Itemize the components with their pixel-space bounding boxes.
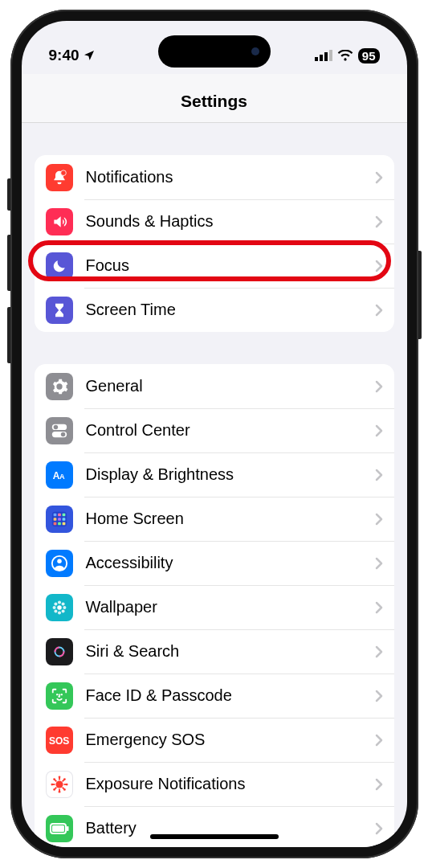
svg-point-53 xyxy=(53,788,55,791)
settings-row-label: Wallpaper xyxy=(86,598,375,616)
svg-rect-2 xyxy=(324,52,328,61)
settings-row-focus[interactable]: Focus xyxy=(35,244,394,288)
svg-rect-12 xyxy=(53,513,56,516)
location-arrow-icon xyxy=(83,49,96,62)
power-button xyxy=(418,251,422,339)
svg-rect-13 xyxy=(58,513,61,516)
chevron-right-icon xyxy=(375,424,383,437)
svg-text:A: A xyxy=(59,472,65,480)
side-button xyxy=(7,178,10,211)
svg-point-51 xyxy=(53,778,55,780)
chevron-right-icon xyxy=(375,645,383,658)
bell-icon xyxy=(46,164,73,191)
page-title: Settings xyxy=(22,92,407,111)
svg-rect-57 xyxy=(67,826,69,831)
svg-point-31 xyxy=(61,609,64,612)
person-circle-icon xyxy=(46,550,73,577)
settings-row-siri[interactable]: Siri & Search xyxy=(35,629,394,674)
screen: 9:40 95 Settings NotificationsSounds xyxy=(22,21,407,847)
toggles-icon xyxy=(46,417,73,444)
battery-percent: 95 xyxy=(362,49,376,63)
settings-row-label: Focus xyxy=(86,256,375,275)
svg-point-50 xyxy=(65,783,67,785)
svg-point-8 xyxy=(60,432,65,436)
settings-row-notifications[interactable]: Notifications xyxy=(35,155,394,199)
settings-row-general[interactable]: General xyxy=(35,364,394,408)
settings-row-label: Control Center xyxy=(86,421,375,440)
svg-rect-18 xyxy=(53,522,56,525)
svg-point-30 xyxy=(54,609,57,612)
cellular-signal-icon xyxy=(315,50,332,61)
svg-rect-56 xyxy=(52,825,64,832)
flower-icon xyxy=(46,594,73,621)
siri-icon xyxy=(46,638,73,665)
svg-rect-16 xyxy=(58,518,61,521)
svg-point-27 xyxy=(63,605,66,608)
chevron-right-icon xyxy=(375,469,383,481)
settings-row-sos[interactable]: SOSEmergency SOS xyxy=(35,718,394,762)
volume-down-button xyxy=(7,307,10,363)
settings-row-accessibility[interactable]: Accessibility xyxy=(35,541,394,585)
aa-icon: AA xyxy=(46,461,73,489)
settings-row-label: Emergency SOS xyxy=(86,731,375,749)
settings-row-label: Display & Brightness xyxy=(86,465,375,484)
settings-row-faceid[interactable]: Face ID & Passcode xyxy=(35,674,394,718)
wifi-icon xyxy=(337,50,353,61)
svg-point-47 xyxy=(58,776,60,778)
svg-point-54 xyxy=(63,778,66,780)
status-time: 9:40 xyxy=(49,47,79,64)
settings-row-label: Notifications xyxy=(86,168,375,186)
svg-rect-3 xyxy=(329,50,332,61)
settings-row-label: Screen Time xyxy=(86,301,375,319)
settings-row-label: Accessibility xyxy=(86,554,375,572)
settings-row-sounds[interactable]: Sounds & Haptics xyxy=(35,199,394,244)
settings-row-homescreen[interactable]: Home Screen xyxy=(35,497,394,541)
svg-point-48 xyxy=(58,790,60,792)
faceid-icon xyxy=(46,682,73,710)
settings-row-battery[interactable]: Battery xyxy=(35,806,394,847)
nav-bar: Settings xyxy=(22,74,407,123)
home-indicator[interactable] xyxy=(150,834,279,839)
settings-row-exposure[interactable]: Exposure Notifications xyxy=(35,762,394,806)
settings-row-label: Sounds & Haptics xyxy=(86,212,375,231)
sos-text-icon: SOS xyxy=(46,727,73,754)
svg-rect-20 xyxy=(62,522,65,525)
settings-row-controlcenter[interactable]: Control Center xyxy=(35,408,394,452)
settings-row-display[interactable]: AADisplay & Brightness xyxy=(35,452,394,497)
chevron-right-icon xyxy=(375,601,383,614)
dynamic-island xyxy=(158,35,271,68)
chevron-right-icon xyxy=(375,513,383,526)
chevron-right-icon xyxy=(375,822,383,835)
svg-point-22 xyxy=(57,559,62,563)
chevron-right-icon xyxy=(375,557,383,570)
svg-point-38 xyxy=(55,780,63,788)
virus-icon xyxy=(46,771,73,798)
svg-text:SOS: SOS xyxy=(49,735,69,747)
svg-point-4 xyxy=(60,170,66,175)
settings-row-label: Exposure Notifications xyxy=(86,775,375,793)
settings-row-label: Face ID & Passcode xyxy=(86,686,375,705)
chevron-right-icon xyxy=(375,778,383,791)
chevron-right-icon xyxy=(375,171,383,184)
chevron-right-icon xyxy=(375,260,383,272)
battery-indicator: 95 xyxy=(358,48,380,63)
settings-row-wallpaper[interactable]: Wallpaper xyxy=(35,585,394,629)
chevron-right-icon xyxy=(375,690,383,702)
phone-frame: 9:40 95 Settings NotificationsSounds xyxy=(10,10,418,858)
grid-icon xyxy=(46,506,73,533)
settings-group: NotificationsSounds & HapticsFocusScreen… xyxy=(35,155,394,332)
svg-rect-1 xyxy=(320,55,323,61)
settings-list[interactable]: NotificationsSounds & HapticsFocusScreen… xyxy=(22,123,407,847)
svg-point-52 xyxy=(63,788,66,791)
svg-point-25 xyxy=(57,611,60,614)
svg-point-24 xyxy=(57,600,60,604)
svg-point-29 xyxy=(61,602,64,605)
svg-rect-0 xyxy=(315,57,318,61)
svg-point-28 xyxy=(54,602,57,605)
gear-icon xyxy=(46,373,73,400)
settings-row-screentime[interactable]: Screen Time xyxy=(35,288,394,332)
svg-rect-17 xyxy=(62,518,65,521)
speaker-icon xyxy=(46,208,73,235)
moon-icon xyxy=(46,252,73,280)
svg-point-6 xyxy=(53,424,58,429)
